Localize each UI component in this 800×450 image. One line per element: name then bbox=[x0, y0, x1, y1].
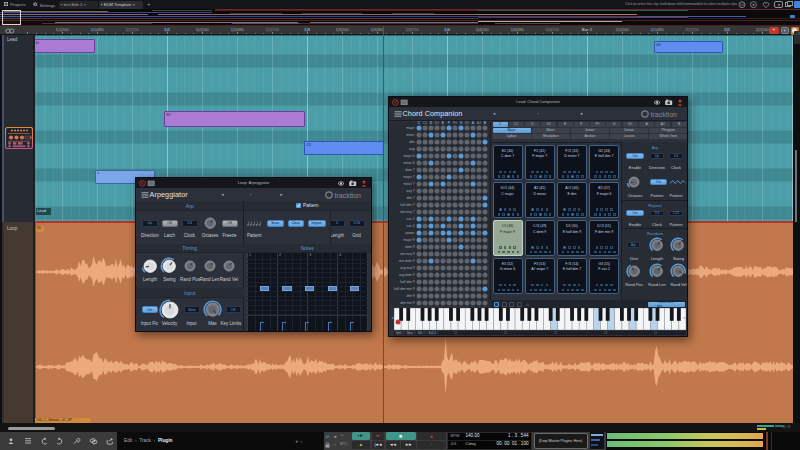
svg-text:F=2.1: F=2.1 bbox=[429, 331, 436, 335]
svg-text:C1: C1 bbox=[454, 331, 458, 335]
svg-text:Sync: Sync bbox=[407, 331, 413, 335]
svg-text:C5: C5 bbox=[654, 331, 658, 335]
svg-text:Vel: Vel bbox=[418, 331, 422, 335]
svg-text:tracktion: tracktion bbox=[335, 192, 362, 199]
svg-text:C3: C3 bbox=[554, 331, 558, 335]
svg-text:Split: Split bbox=[396, 331, 401, 335]
svg-text:C4: C4 bbox=[604, 331, 608, 335]
svg-text:C2: C2 bbox=[504, 331, 508, 335]
svg-text:tracktion: tracktion bbox=[651, 111, 678, 118]
